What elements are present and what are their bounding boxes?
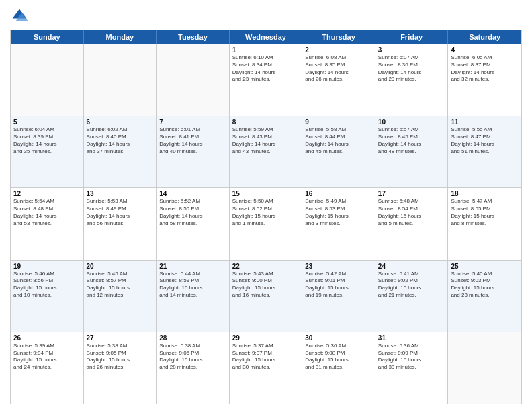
day-cell-13: 13Sunrise: 5:53 AM Sunset: 8:49 PM Dayli… xyxy=(84,188,157,259)
day-number: 3 xyxy=(378,46,445,54)
day-info: Sunrise: 6:08 AM Sunset: 8:35 PM Dayligh… xyxy=(305,54,372,83)
day-info: Sunrise: 5:59 AM Sunset: 8:43 PM Dayligh… xyxy=(232,126,300,155)
day-cell-14: 14Sunrise: 5:52 AM Sunset: 8:50 PM Dayli… xyxy=(157,188,230,259)
day-number: 4 xyxy=(451,46,519,54)
day-cell-28: 28Sunrise: 5:38 AM Sunset: 9:06 PM Dayli… xyxy=(157,332,230,404)
day-number: 19 xyxy=(13,263,81,270)
day-info: Sunrise: 5:45 AM Sunset: 8:57 PM Dayligh… xyxy=(87,271,154,300)
header xyxy=(10,7,522,26)
day-info: Sunrise: 6:01 AM Sunset: 8:41 PM Dayligh… xyxy=(159,126,226,155)
day-info: Sunrise: 5:43 AM Sunset: 9:00 PM Dayligh… xyxy=(232,271,300,300)
day-cell-22: 22Sunrise: 5:43 AM Sunset: 9:00 PM Dayli… xyxy=(230,261,303,332)
day-info: Sunrise: 6:04 AM Sunset: 8:39 PM Dayligh… xyxy=(13,126,81,155)
day-info: Sunrise: 5:47 AM Sunset: 8:55 PM Dayligh… xyxy=(451,198,519,227)
day-cell-5: 5Sunrise: 6:04 AM Sunset: 8:39 PM Daylig… xyxy=(11,116,84,187)
day-number: 20 xyxy=(87,263,154,270)
day-number: 1 xyxy=(232,46,300,54)
day-cell-6: 6Sunrise: 6:02 AM Sunset: 8:40 PM Daylig… xyxy=(84,116,157,187)
day-number: 27 xyxy=(87,334,154,342)
day-info: Sunrise: 5:49 AM Sunset: 8:53 PM Dayligh… xyxy=(305,198,372,227)
day-cell-2: 2Sunrise: 6:08 AM Sunset: 8:35 PM Daylig… xyxy=(302,44,375,116)
day-info: Sunrise: 5:54 AM Sunset: 8:48 PM Dayligh… xyxy=(13,198,81,227)
day-cell-19: 19Sunrise: 5:46 AM Sunset: 8:56 PM Dayli… xyxy=(11,261,84,332)
calendar: SundayMondayTuesdayWednesdayThursdayFrid… xyxy=(10,30,522,404)
day-cell-29: 29Sunrise: 5:37 AM Sunset: 9:07 PM Dayli… xyxy=(230,332,303,404)
empty-cell xyxy=(84,44,157,116)
day-info: Sunrise: 5:57 AM Sunset: 8:45 PM Dayligh… xyxy=(378,126,445,155)
day-info: Sunrise: 5:38 AM Sunset: 9:06 PM Dayligh… xyxy=(159,342,226,371)
day-number: 9 xyxy=(305,118,372,126)
day-cell-12: 12Sunrise: 5:54 AM Sunset: 8:48 PM Dayli… xyxy=(11,188,84,259)
day-number: 14 xyxy=(159,190,226,197)
day-number: 31 xyxy=(378,334,445,342)
day-number: 11 xyxy=(451,118,519,126)
day-info: Sunrise: 5:46 AM Sunset: 8:56 PM Dayligh… xyxy=(13,271,81,300)
day-number: 23 xyxy=(305,263,372,270)
day-number: 30 xyxy=(305,334,372,342)
day-number: 2 xyxy=(305,46,372,54)
empty-cell xyxy=(448,332,521,404)
day-cell-31: 31Sunrise: 5:36 AM Sunset: 9:09 PM Dayli… xyxy=(375,332,449,404)
day-cell-27: 27Sunrise: 5:38 AM Sunset: 9:05 PM Dayli… xyxy=(84,332,157,404)
day-info: Sunrise: 5:38 AM Sunset: 9:05 PM Dayligh… xyxy=(87,342,154,371)
calendar-row-2: 5Sunrise: 6:04 AM Sunset: 8:39 PM Daylig… xyxy=(11,116,521,187)
day-info: Sunrise: 5:40 AM Sunset: 9:03 PM Dayligh… xyxy=(451,271,519,300)
day-info: Sunrise: 5:52 AM Sunset: 8:50 PM Dayligh… xyxy=(159,198,226,227)
day-info: Sunrise: 5:42 AM Sunset: 9:01 PM Dayligh… xyxy=(305,271,372,300)
logo-icon xyxy=(10,7,29,26)
day-info: Sunrise: 6:02 AM Sunset: 8:40 PM Dayligh… xyxy=(87,126,154,155)
day-number: 6 xyxy=(87,118,154,126)
page: SundayMondayTuesdayWednesdayThursdayFrid… xyxy=(0,0,532,411)
day-number: 16 xyxy=(305,190,372,197)
day-cell-11: 11Sunrise: 5:55 AM Sunset: 8:47 PM Dayli… xyxy=(448,116,521,187)
day-cell-4: 4Sunrise: 6:05 AM Sunset: 8:37 PM Daylig… xyxy=(448,44,521,116)
empty-cell xyxy=(157,44,230,116)
day-number: 15 xyxy=(232,190,300,197)
day-cell-10: 10Sunrise: 5:57 AM Sunset: 8:45 PM Dayli… xyxy=(375,116,449,187)
day-cell-21: 21Sunrise: 5:44 AM Sunset: 8:59 PM Dayli… xyxy=(157,261,230,332)
day-number: 12 xyxy=(13,190,81,197)
day-cell-18: 18Sunrise: 5:47 AM Sunset: 8:55 PM Dayli… xyxy=(448,188,521,259)
calendar-row-5: 26Sunrise: 5:39 AM Sunset: 9:04 PM Dayli… xyxy=(11,332,521,404)
calendar-row-3: 12Sunrise: 5:54 AM Sunset: 8:48 PM Dayli… xyxy=(11,187,521,259)
day-info: Sunrise: 5:36 AM Sunset: 9:08 PM Dayligh… xyxy=(305,342,372,371)
day-number: 7 xyxy=(159,118,226,126)
day-number: 29 xyxy=(232,334,300,342)
day-info: Sunrise: 5:39 AM Sunset: 9:04 PM Dayligh… xyxy=(13,342,81,371)
day-info: Sunrise: 5:58 AM Sunset: 8:44 PM Dayligh… xyxy=(305,126,372,155)
calendar-row-1: 1Sunrise: 6:10 AM Sunset: 8:34 PM Daylig… xyxy=(11,44,521,116)
day-cell-15: 15Sunrise: 5:50 AM Sunset: 8:52 PM Dayli… xyxy=(230,188,303,259)
day-info: Sunrise: 5:50 AM Sunset: 8:52 PM Dayligh… xyxy=(232,198,300,227)
day-info: Sunrise: 5:55 AM Sunset: 8:47 PM Dayligh… xyxy=(451,126,519,155)
day-number: 5 xyxy=(13,118,81,126)
day-info: Sunrise: 5:44 AM Sunset: 8:59 PM Dayligh… xyxy=(159,271,226,300)
day-number: 10 xyxy=(378,118,445,126)
day-number: 28 xyxy=(159,334,226,342)
day-info: Sunrise: 5:36 AM Sunset: 9:09 PM Dayligh… xyxy=(378,342,445,371)
day-info: Sunrise: 6:10 AM Sunset: 8:34 PM Dayligh… xyxy=(232,54,300,83)
day-cell-9: 9Sunrise: 5:58 AM Sunset: 8:44 PM Daylig… xyxy=(302,116,375,187)
header-day-sunday: Sunday xyxy=(11,30,84,44)
day-cell-16: 16Sunrise: 5:49 AM Sunset: 8:53 PM Dayli… xyxy=(302,188,375,259)
day-cell-23: 23Sunrise: 5:42 AM Sunset: 9:01 PM Dayli… xyxy=(302,261,375,332)
header-day-tuesday: Tuesday xyxy=(157,30,230,44)
day-cell-20: 20Sunrise: 5:45 AM Sunset: 8:57 PM Dayli… xyxy=(84,261,157,332)
day-info: Sunrise: 5:48 AM Sunset: 8:54 PM Dayligh… xyxy=(378,198,445,227)
header-day-thursday: Thursday xyxy=(302,30,375,44)
day-cell-3: 3Sunrise: 6:07 AM Sunset: 8:36 PM Daylig… xyxy=(375,44,449,116)
day-number: 25 xyxy=(451,263,519,270)
calendar-row-4: 19Sunrise: 5:46 AM Sunset: 8:56 PM Dayli… xyxy=(11,260,521,332)
logo xyxy=(10,7,32,26)
day-cell-26: 26Sunrise: 5:39 AM Sunset: 9:04 PM Dayli… xyxy=(11,332,84,404)
day-info: Sunrise: 6:07 AM Sunset: 8:36 PM Dayligh… xyxy=(378,54,445,83)
day-number: 26 xyxy=(13,334,81,342)
day-number: 22 xyxy=(232,263,300,270)
day-cell-24: 24Sunrise: 5:41 AM Sunset: 9:02 PM Dayli… xyxy=(375,261,449,332)
day-cell-17: 17Sunrise: 5:48 AM Sunset: 8:54 PM Dayli… xyxy=(375,188,449,259)
day-info: Sunrise: 6:05 AM Sunset: 8:37 PM Dayligh… xyxy=(451,54,519,83)
header-day-monday: Monday xyxy=(84,30,157,44)
day-cell-7: 7Sunrise: 6:01 AM Sunset: 8:41 PM Daylig… xyxy=(157,116,230,187)
header-day-saturday: Saturday xyxy=(448,30,521,44)
day-info: Sunrise: 5:41 AM Sunset: 9:02 PM Dayligh… xyxy=(378,271,445,300)
day-cell-8: 8Sunrise: 5:59 AM Sunset: 8:43 PM Daylig… xyxy=(230,116,303,187)
